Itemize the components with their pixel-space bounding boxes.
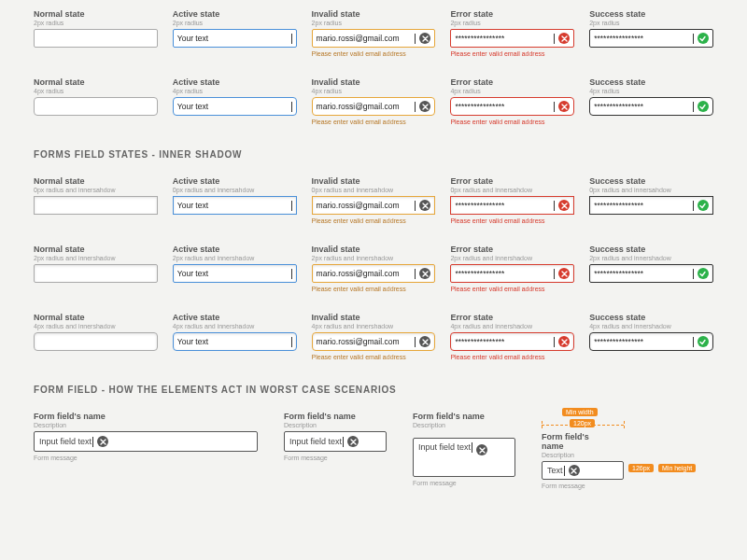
- radius-label: 4px radius and innershadow: [589, 323, 713, 329]
- text-input-success[interactable]: ****************: [589, 264, 713, 283]
- field-name: Form field's name: [413, 412, 515, 421]
- text-input-error[interactable]: ****************: [450, 332, 574, 351]
- input-value: mario.rossi@gmail.com: [317, 269, 415, 278]
- text-input-invalid[interactable]: mario.rossi@gmail.com: [312, 29, 436, 48]
- clear-icon[interactable]: [569, 465, 580, 476]
- state-label-success: Success state: [589, 245, 713, 254]
- text-cursor: [415, 102, 416, 112]
- clear-icon[interactable]: [419, 336, 430, 347]
- text-input-normal[interactable]: [34, 29, 158, 48]
- state-label-error: Error state: [450, 313, 574, 322]
- text-input-tall[interactable]: Input field text: [413, 438, 515, 477]
- input-value: Your text: [177, 34, 290, 43]
- text-input-active[interactable]: Your text: [173, 264, 297, 283]
- helper-text: Please enter valid email address: [312, 119, 436, 125]
- radius-label: 4px radius: [173, 88, 297, 94]
- radius-label: 4px radius and innershadow: [34, 323, 158, 329]
- state-label-success: Success state: [589, 77, 713, 87]
- state-label-error: Error state: [450, 9, 574, 19]
- radius-label: 4px radius: [589, 88, 713, 94]
- text-input-invalid[interactable]: mario.rossi@gmail.com: [312, 264, 436, 283]
- text-input-active[interactable]: Your text: [173, 332, 297, 351]
- clear-icon[interactable]: [419, 101, 430, 112]
- field-message: Form message: [413, 480, 515, 486]
- annotation-min-height-label: Min height: [658, 464, 696, 472]
- input-value: Your text: [177, 102, 290, 111]
- success-icon: [698, 33, 709, 44]
- helper-text: Please enter valid email address: [450, 217, 574, 224]
- radius-label: 2px radius and innershadow: [173, 255, 297, 261]
- helper-text: Please enter valid email address: [312, 217, 436, 224]
- helper-text: Please enter valid email address: [450, 119, 574, 125]
- error-icon: [558, 33, 570, 44]
- input-value: Your text: [177, 201, 290, 210]
- input-value: ****************: [455, 102, 553, 111]
- input-value: ****************: [594, 201, 692, 210]
- input-value: ****************: [455, 337, 553, 346]
- text-cursor: [554, 337, 555, 347]
- text-input-medium[interactable]: Input field text: [284, 431, 387, 452]
- clear-icon[interactable]: [419, 33, 430, 44]
- input-value: Input field text: [289, 437, 342, 446]
- text-input-normal[interactable]: [34, 196, 158, 215]
- input-value: mario.rossi@gmail.com: [317, 102, 415, 111]
- text-input-error[interactable]: ****************: [450, 29, 574, 48]
- annotation-width-value: 120px: [570, 419, 595, 427]
- text-input-error[interactable]: ****************: [450, 264, 574, 283]
- text-cursor: [554, 102, 555, 112]
- text-input-normal[interactable]: [34, 97, 158, 116]
- text-input-min[interactable]: Text 126px Min height: [542, 461, 624, 480]
- text-input-error[interactable]: ****************: [450, 196, 574, 215]
- error-icon: [558, 268, 570, 279]
- text-input-active[interactable]: Your text: [173, 196, 297, 215]
- clear-icon[interactable]: [419, 268, 430, 279]
- text-input-normal[interactable]: [34, 264, 158, 283]
- state-label-active: Active state: [173, 77, 297, 87]
- field-name: Form field's name: [542, 432, 607, 451]
- field-message: Form message: [542, 483, 663, 489]
- helper-text: Please enter valid email address: [312, 50, 436, 57]
- state-label-active: Active state: [173, 9, 297, 19]
- text-input-active[interactable]: Your text: [173, 29, 297, 48]
- state-label-active: Active state: [173, 313, 297, 322]
- radius-label: 0px radius and innersahdow: [173, 187, 297, 193]
- text-input-wide[interactable]: Input field text: [34, 431, 258, 452]
- radius-label: 2px radius: [589, 20, 713, 26]
- text-input-normal[interactable]: [34, 332, 158, 351]
- text-input-success[interactable]: ****************: [589, 97, 713, 116]
- radius-label: 2px radius and innershadow: [589, 255, 713, 261]
- text-input-invalid[interactable]: mario.rossi@gmail.com: [312, 97, 436, 116]
- text-cursor: [472, 442, 472, 453]
- radius-label: 2px radius and innershadow: [450, 255, 574, 261]
- input-value: mario.rossi@gmail.com: [317, 201, 415, 210]
- clear-icon[interactable]: [419, 200, 430, 211]
- helper-text: Please enter valid email address: [450, 354, 574, 360]
- state-label-invalid: Invalid state: [312, 176, 436, 186]
- text-input-invalid[interactable]: mario.rossi@gmail.com: [312, 332, 436, 351]
- clear-icon[interactable]: [347, 436, 359, 447]
- text-cursor: [554, 34, 555, 44]
- text-input-invalid[interactable]: mario.rossi@gmail.com: [312, 196, 436, 215]
- field-description: Description: [284, 422, 387, 428]
- state-label-error: Error state: [450, 245, 574, 254]
- error-icon: [558, 200, 570, 211]
- field-message: Form message: [284, 455, 387, 461]
- text-cursor: [693, 34, 694, 44]
- clear-icon[interactable]: [97, 436, 108, 447]
- radius-label: 2px radius and innershadow: [312, 255, 436, 261]
- field-description: Description: [413, 422, 515, 428]
- text-cursor: [693, 269, 694, 279]
- state-label-invalid: Invalid state: [312, 9, 436, 19]
- input-value: mario.rossi@gmail.com: [317, 34, 415, 43]
- state-label-invalid: Invalid state: [312, 313, 436, 322]
- text-input-active[interactable]: Your text: [173, 97, 297, 116]
- text-input-error[interactable]: ****************: [450, 97, 574, 116]
- text-input-success[interactable]: ****************: [589, 196, 713, 215]
- success-icon: [698, 101, 709, 112]
- text-cursor: [693, 102, 694, 112]
- clear-icon[interactable]: [476, 444, 487, 455]
- text-input-success[interactable]: ****************: [589, 29, 713, 48]
- text-input-success[interactable]: ****************: [589, 332, 713, 351]
- radius-label: 4px radius and innershadow: [450, 323, 574, 329]
- field-message: Form message: [34, 455, 258, 461]
